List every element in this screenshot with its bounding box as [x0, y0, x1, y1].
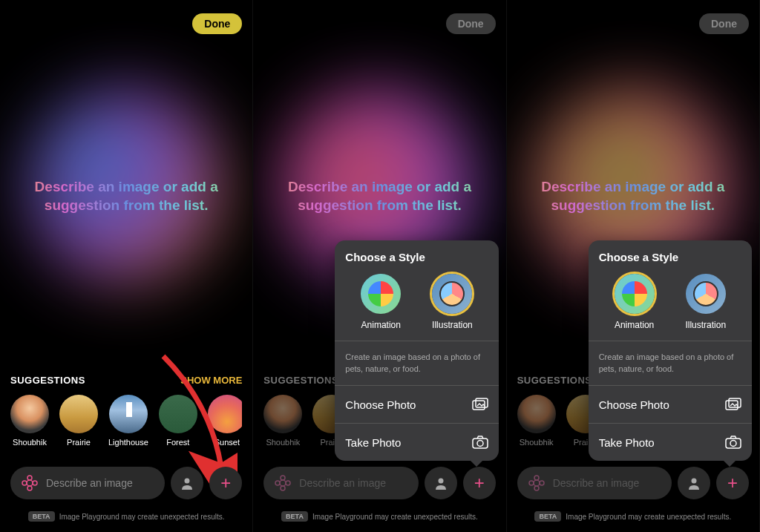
person-button[interactable] [171, 467, 203, 499]
svg-point-15 [438, 479, 443, 484]
describe-input[interactable]: Describe an image [10, 467, 165, 499]
choose-photo-row[interactable]: Choose Photo [599, 389, 741, 420]
svg-point-11 [281, 476, 285, 480]
screen-3: Done Describe an image or add a suggesti… [507, 0, 760, 532]
plus-icon: + [727, 473, 738, 493]
bottom-bar: Describe an image + [507, 467, 759, 499]
person-icon [687, 476, 701, 490]
camera-icon [472, 436, 488, 449]
suggestion-shoubhik[interactable]: Shoubhik [10, 395, 49, 447]
suggestion-forest[interactable]: Forest [159, 395, 197, 447]
camera-icon [725, 436, 741, 449]
sparkle-flower-icon [21, 474, 39, 492]
prompt-text: Describe an image or add a suggestion fr… [0, 178, 252, 214]
show-more-button[interactable]: SHOW MORE [180, 375, 242, 386]
svg-point-23 [529, 481, 534, 485]
done-button[interactable]: Done [699, 13, 749, 34]
style-animation[interactable]: Animation [361, 274, 401, 330]
popover-title: Choose a Style [599, 251, 741, 263]
person-icon [180, 476, 194, 490]
svg-point-0 [27, 480, 33, 486]
prompt-text: Describe an image or add a suggestion fr… [253, 178, 505, 214]
add-button[interactable]: + [209, 467, 242, 499]
svg-point-22 [534, 486, 539, 490]
svg-point-14 [286, 481, 290, 485]
add-button[interactable]: + [463, 467, 496, 499]
beta-disclaimer: BETA Image Playground may create unexpec… [507, 511, 759, 522]
popover-help-text: Create an image based on a photo of pets… [599, 344, 741, 382]
suggestions-heading: SUGGESTIONS [517, 375, 592, 386]
beta-badge: BETA [281, 511, 308, 522]
beta-disclaimer: BETA Image Playground may create unexpec… [253, 511, 505, 522]
beta-disclaimer: BETA Image Playground may create unexpec… [0, 511, 252, 522]
svg-point-13 [275, 481, 280, 485]
svg-point-25 [691, 479, 696, 484]
describe-placeholder: Describe an image [553, 477, 640, 489]
svg-point-20 [534, 480, 540, 486]
svg-point-24 [540, 481, 544, 485]
beta-badge: BETA [28, 511, 55, 522]
screen-1: Done Describe an image or add a suggesti… [0, 0, 253, 532]
describe-placeholder: Describe an image [299, 477, 386, 489]
bottom-bar: Describe an image + [0, 467, 252, 499]
suggestion-lighthouse[interactable]: Lighthouse [108, 395, 148, 447]
describe-input[interactable]: Describe an image [263, 467, 418, 499]
suggestion-shoubhik[interactable]: Shoubhik [517, 395, 556, 447]
svg-point-5 [185, 479, 190, 484]
svg-point-4 [33, 481, 37, 485]
done-button[interactable]: Done [446, 13, 496, 34]
svg-point-1 [27, 476, 32, 480]
person-button[interactable] [425, 467, 457, 499]
choose-photo-row[interactable]: Choose Photo [345, 389, 488, 420]
beta-text: Image Playground may create unexpected r… [312, 513, 478, 521]
svg-point-12 [281, 486, 285, 490]
done-button[interactable]: Done [192, 13, 242, 34]
svg-point-9 [477, 441, 483, 447]
style-illustration[interactable]: Illustration [685, 274, 726, 330]
describe-placeholder: Describe an image [46, 477, 133, 489]
svg-point-19 [730, 441, 736, 447]
style-popover: Choose a Style Animation Illustration Cr… [335, 240, 498, 461]
sparkle-flower-icon [528, 474, 546, 492]
plus-icon: + [220, 473, 231, 493]
svg-point-21 [534, 476, 539, 480]
suggestion-prairie[interactable]: Prairie [59, 395, 98, 447]
svg-point-10 [280, 480, 286, 486]
suggestions-heading: SUGGESTIONS [263, 375, 338, 386]
add-button[interactable]: + [716, 467, 749, 499]
beta-text: Image Playground may create unexpected r… [566, 513, 731, 521]
suggestion-sunset[interactable]: Sunset [208, 395, 243, 447]
suggestion-shoubhik[interactable]: Shoubhik [263, 395, 302, 447]
take-photo-row[interactable]: Take Photo [599, 427, 741, 458]
suggestions-section: SUGGESTIONS SHOW MORE Shoubhik Prairie L… [0, 375, 252, 447]
sparkle-flower-icon [274, 474, 292, 492]
popover-title: Choose a Style [345, 251, 488, 263]
suggestion-items: Shoubhik Prairie Lighthouse Forest Sunse… [10, 395, 242, 447]
popover-help-text: Create an image based on a photo of pets… [345, 344, 488, 382]
prompt-text: Describe an image or add a suggestion fr… [507, 178, 759, 214]
beta-text: Image Playground may create unexpected r… [59, 513, 225, 521]
style-illustration[interactable]: Illustration [432, 274, 473, 330]
svg-point-2 [27, 486, 32, 490]
person-icon [434, 476, 448, 490]
style-popover: Choose a Style Animation Illustration Cr… [589, 240, 752, 461]
svg-point-3 [22, 481, 27, 485]
beta-badge: BETA [534, 511, 561, 522]
person-button[interactable] [678, 467, 710, 499]
plus-icon: + [474, 473, 485, 493]
photo-library-icon [725, 398, 741, 411]
suggestions-heading: SUGGESTIONS [10, 375, 85, 386]
describe-input[interactable]: Describe an image [517, 467, 672, 499]
screen-2: Done Describe an image or add a suggesti… [253, 0, 506, 532]
photo-library-icon [472, 398, 488, 411]
bottom-bar: Describe an image + [253, 467, 505, 499]
take-photo-row[interactable]: Take Photo [345, 427, 488, 458]
style-animation[interactable]: Animation [615, 274, 655, 330]
